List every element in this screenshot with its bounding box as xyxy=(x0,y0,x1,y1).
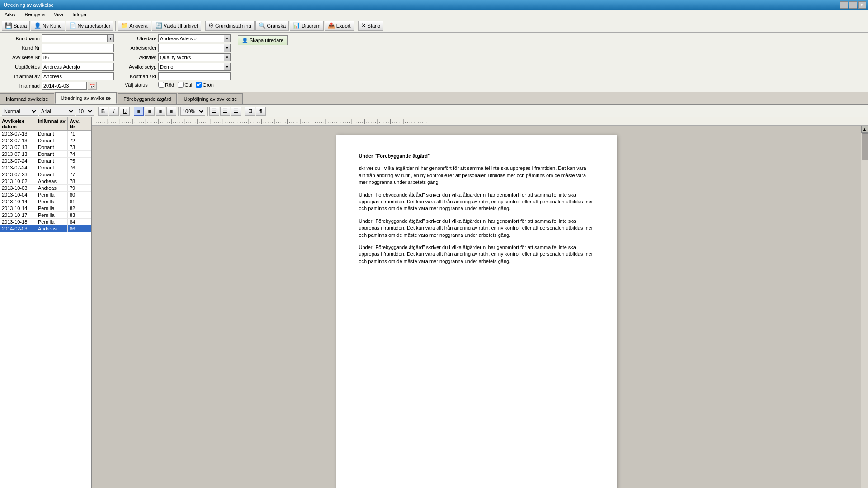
tab-inlamnad[interactable]: Inlämnad avvikelse xyxy=(0,93,54,104)
list-item[interactable]: 2013-10-14 Pernilla 82 xyxy=(0,205,91,212)
list-item[interactable]: 2013-07-13 Donant 73 xyxy=(0,144,91,151)
list-cell-name: Pernilla xyxy=(36,198,68,205)
list-item[interactable]: 2013-07-13 Donant 74 xyxy=(0,151,91,158)
list-item[interactable]: 2013-07-23 Donant 77 xyxy=(0,171,91,178)
table-button[interactable]: ⊞ xyxy=(245,107,255,116)
align-left-button[interactable]: ≡ xyxy=(134,107,144,116)
font-select[interactable]: Arial xyxy=(39,107,75,116)
scroll-thumb[interactable] xyxy=(862,133,868,160)
inlamnad-input[interactable] xyxy=(42,82,87,90)
scroll-track[interactable] xyxy=(861,133,868,488)
arbetsorder-dropdown-icon[interactable]: ▼ xyxy=(224,44,231,52)
list-item[interactable]: 2013-07-13 Donant 72 xyxy=(0,137,91,144)
inlamnad-label: Inlämnad xyxy=(4,83,40,89)
list-item[interactable]: 2013-07-13 Donant 71 xyxy=(0,131,91,137)
export-button[interactable]: 📤 Export xyxy=(325,21,354,31)
maximize-button[interactable]: □ xyxy=(849,1,857,9)
menu-redigera[interactable]: Redigera xyxy=(22,11,47,18)
list-item[interactable]: 2013-10-17 Pernilla 83 xyxy=(0,212,91,219)
arkivera-button[interactable]: 📁 Arkivera xyxy=(118,21,151,31)
status-gron[interactable]: Grön xyxy=(196,82,213,88)
kundnr-input[interactable] xyxy=(42,44,114,52)
underline-button[interactable]: U xyxy=(120,107,130,116)
list-ordered-button[interactable]: ☰ xyxy=(220,107,230,116)
avvikelsetyp-dropdown-icon[interactable]: ▼ xyxy=(224,63,231,71)
list-cell-date: 2013-10-03 xyxy=(0,185,36,191)
kostnad-input[interactable] xyxy=(158,72,231,80)
save-label: Spara xyxy=(14,23,27,28)
utredare-input[interactable] xyxy=(158,34,224,42)
status-gron-label: Grön xyxy=(203,82,213,88)
status-gron-checkbox[interactable] xyxy=(196,82,202,88)
ny-kund-button[interactable]: 👤 Ny Kund xyxy=(31,21,65,31)
tab-utredning[interactable]: Utredning av avvikelse xyxy=(55,92,117,104)
aktivitet-dropdown-icon[interactable]: ▼ xyxy=(224,53,231,61)
stäng-button[interactable]: ✕ Stäng xyxy=(358,21,384,31)
tab-forebyggande[interactable]: Förebyggande åtgärd xyxy=(118,93,177,104)
editor-content: Under "Förebyggande åtgård" skriver du i… xyxy=(92,126,868,488)
granska-label: Granska xyxy=(267,23,286,28)
align-right-button[interactable]: ≡ xyxy=(156,107,165,116)
aktivitet-input[interactable] xyxy=(158,53,224,61)
arbetsorder-label: Arbetsorder xyxy=(125,45,156,51)
list-cell-nr: 79 xyxy=(68,185,88,191)
style-select[interactable]: Normal xyxy=(2,107,38,116)
växla-button[interactable]: 🔄 Växla till arkivet xyxy=(152,21,201,31)
status-rod-checkbox[interactable] xyxy=(158,82,164,88)
kundnamn-dropdown-icon[interactable]: ▼ xyxy=(108,34,114,42)
minimize-button[interactable]: − xyxy=(840,1,848,9)
granska-button[interactable]: 🔍 Granska xyxy=(255,21,289,31)
list-item[interactable]: 2013-10-04 Pernilla 80 xyxy=(0,192,91,198)
list-indent-button[interactable]: ☰ xyxy=(231,107,241,116)
list-unordered-button[interactable]: ☰ xyxy=(209,107,219,116)
save-button[interactable]: 💾 Spara xyxy=(2,21,30,31)
menu-arkiv[interactable]: Arkiv xyxy=(2,11,18,18)
inlamnat-av-label: Inlämnat av xyxy=(4,74,40,79)
utredare-dropdown-icon[interactable]: ▼ xyxy=(224,34,231,42)
zoom-select[interactable]: 100% xyxy=(180,107,205,116)
format-toolbar: Normal Arial 10 B I U ≡ ≡ ≡ ≡ 100% ☰ ☰ ☰… xyxy=(0,105,868,117)
list-item[interactable]: 2013-10-14 Pernilla 81 xyxy=(0,198,91,205)
list-cell-date: 2013-07-13 xyxy=(0,151,36,157)
tab-uppfoljning[interactable]: Uppföljning av avvikelse xyxy=(178,93,243,104)
grundinstallning-button[interactable]: ⚙ Grundinställning xyxy=(205,21,255,31)
doc-paragraph-1: skriver du i vilka åtgärder ni har genom… xyxy=(359,165,594,186)
avvikelse-nr-label: Avvikelse Nr xyxy=(4,55,40,60)
ny-arbetsorder-button[interactable]: 📄 Ny arbetsorder xyxy=(66,21,114,31)
arbetsorder-input[interactable] xyxy=(158,44,224,52)
fmt-sep-2 xyxy=(132,107,132,116)
scroll-up-button[interactable]: ▲ xyxy=(861,126,868,133)
document-scroll[interactable]: Under "Förebyggande åtgård" skriver du i… xyxy=(92,126,861,488)
align-justify-button[interactable]: ≡ xyxy=(166,107,176,116)
list-item[interactable]: 2013-07-24 Donant 76 xyxy=(0,164,91,171)
status-gul[interactable]: Gul xyxy=(178,82,192,88)
size-select[interactable]: 10 xyxy=(76,107,94,116)
close-button[interactable]: ✕ xyxy=(858,1,866,9)
list-item[interactable]: 2014-02-03 Andreas 86 xyxy=(0,225,91,232)
skapa-utredare-button[interactable]: 👤 Skapa utredare xyxy=(238,35,288,45)
paragraph-button[interactable]: ¶ xyxy=(256,107,266,116)
list-item[interactable]: 2013-10-03 Andreas 79 xyxy=(0,185,91,192)
avvikelsetyp-input[interactable] xyxy=(158,63,224,71)
avvikelse-nr-input[interactable] xyxy=(42,53,114,61)
list-item[interactable]: 2013-10-18 Pernilla 84 xyxy=(0,219,91,225)
list-item[interactable]: 2013-07-24 Donant 75 xyxy=(0,158,91,164)
vertical-scrollbar[interactable]: ▲ ▼ xyxy=(861,126,868,488)
upptacktes-input[interactable] xyxy=(42,63,114,71)
status-rod[interactable]: Röd xyxy=(158,82,174,88)
diagram-button[interactable]: 📊 Diagram xyxy=(290,21,324,31)
list-cell-name: Pernilla xyxy=(36,192,68,198)
inlamnat-av-input[interactable] xyxy=(42,72,114,80)
status-group: Röd Gul Grön xyxy=(158,82,231,88)
italic-button[interactable]: I xyxy=(109,107,119,116)
bold-button[interactable]: B xyxy=(98,107,108,116)
list-item[interactable]: 2013-10-02 Andreas 78 xyxy=(0,178,91,185)
list-cell-date: 2013-07-13 xyxy=(0,131,36,137)
menu-visa[interactable]: Visa xyxy=(51,11,66,18)
kundnamn-input[interactable] xyxy=(42,34,108,42)
menu-infoga[interactable]: Infoga xyxy=(70,11,89,18)
status-gul-checkbox[interactable] xyxy=(178,82,184,88)
doc-heading: Under "Förebyggande åtgård" xyxy=(359,153,594,160)
calendar-button[interactable]: 📅 xyxy=(88,82,97,90)
align-center-button[interactable]: ≡ xyxy=(145,107,155,116)
